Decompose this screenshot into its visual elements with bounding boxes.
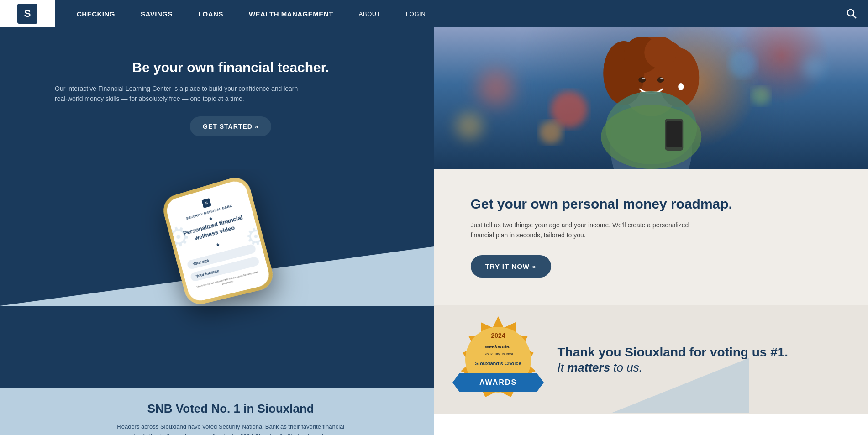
learning-body: Our interactive Financial Learning Cente…: [55, 84, 301, 104]
left-bottom: S SECURITY NATIONAL BANK ⚙ ⚙ ★ Personali…: [0, 169, 434, 435]
nav-about[interactable]: ABOUT: [346, 0, 393, 27]
vote-section: SNB Voted No. 1 in Siouxland Readers acr…: [0, 388, 434, 435]
svg-line-1: [853, 16, 857, 19]
learning-section: Be your own financial teacher. Our inter…: [0, 27, 434, 169]
svg-text:AWARDS: AWARDS: [479, 378, 516, 386]
navigation: S CHECKING SAVINGS LOANS WEALTH MANAGEME…: [0, 0, 868, 27]
logo-icon: S: [17, 4, 37, 24]
nav-checking[interactable]: CHECKING: [64, 0, 128, 27]
roadmap-heading: Get your own personal money roadmap.: [471, 196, 832, 212]
svg-text:2024: 2024: [491, 332, 505, 339]
search-icon[interactable]: [835, 8, 868, 19]
award-text: Thank you Siouxland for voting us #1. It…: [558, 344, 789, 375]
svg-text:weekender: weekender: [485, 344, 511, 349]
svg-text:Siouxland's Choice: Siouxland's Choice: [475, 361, 521, 366]
nav-wealth[interactable]: WEALTH MANAGEMENT: [236, 0, 346, 27]
roadmap-section: Get your own personal money roadmap. Jus…: [434, 169, 868, 305]
learning-heading: Be your own financial teacher.: [55, 60, 407, 75]
svg-point-12: [644, 37, 676, 68]
svg-point-0: [847, 10, 854, 16]
svg-point-3: [539, 121, 562, 144]
svg-text:Sioux City Journal: Sioux City Journal: [483, 352, 513, 356]
svg-point-2: [551, 91, 587, 128]
nav-loans[interactable]: LOANS: [185, 0, 236, 27]
roadmap-body: Just tell us two things: your age and yo…: [471, 220, 699, 241]
woman-svg: [434, 27, 868, 169]
hero-photo: [434, 27, 868, 169]
svg-point-15: [642, 78, 645, 79]
get-started-button[interactable]: GET STARTED »: [190, 116, 271, 136]
phone-bank-icon: S: [202, 198, 212, 208]
award-heading: Thank you Siouxland for voting us #1.: [558, 344, 789, 361]
right-bottom: Get your own personal money roadmap. Jus…: [434, 169, 868, 435]
svg-point-18: [601, 105, 701, 169]
svg-rect-21: [666, 121, 682, 147]
phone-section: S SECURITY NATIONAL BANK ⚙ ⚙ ★ Personali…: [0, 169, 434, 388]
phone-container: S SECURITY NATIONAL BANK ⚙ ⚙ ★ Personali…: [0, 169, 434, 306]
nav-login[interactable]: LOGIN: [393, 0, 438, 27]
nav-links: CHECKING SAVINGS LOANS WEALTH MANAGEMENT…: [55, 0, 835, 27]
vote-heading: SNB Voted No. 1 in Siouxland: [55, 402, 407, 416]
award-badge: 2024 weekender Sioux City Journal Siouxl…: [452, 314, 544, 405]
try-it-now-button[interactable]: TRY IT NOW »: [471, 255, 551, 278]
svg-point-16: [660, 78, 663, 79]
svg-point-19: [678, 83, 684, 90]
logo[interactable]: S: [0, 0, 55, 27]
vote-body: Readers across Siouxland have voted Secu…: [112, 422, 349, 435]
svg-point-14: [657, 77, 664, 83]
award-tagline: It matters to us.: [558, 361, 789, 375]
svg-point-4: [729, 50, 756, 78]
svg-point-13: [638, 77, 646, 83]
hero-image: [434, 27, 868, 169]
svg-point-5: [752, 87, 770, 105]
award-section: 2024 weekender Sioux City Journal Siouxl…: [434, 305, 868, 414]
award-svg: 2024 weekender Sioux City Journal Siouxl…: [452, 314, 544, 405]
nav-savings[interactable]: SAVINGS: [128, 0, 185, 27]
